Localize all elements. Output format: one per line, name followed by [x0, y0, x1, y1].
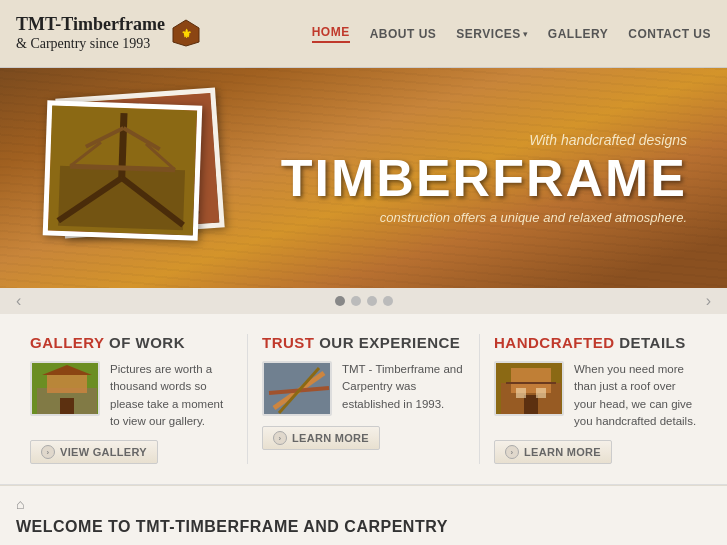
svg-rect-23 — [60, 398, 74, 416]
cards-section: GALLERY OF WORK Pictures are worth a tho… — [0, 314, 727, 485]
btn-arrow-icon-3: › — [505, 445, 519, 459]
gallery-card-title: GALLERY OF WORK — [30, 334, 233, 351]
nav-services[interactable]: SERVICES — [456, 27, 520, 41]
site-header: TMT-Timberframe & Carpentry since 1993 ⚜… — [0, 0, 727, 68]
nav-home[interactable]: HOME — [312, 25, 350, 43]
svg-rect-21 — [47, 373, 87, 393]
gallery-card-title-rest: OF WORK — [109, 334, 185, 351]
slide-dot-3[interactable] — [367, 296, 377, 306]
svg-rect-34 — [536, 388, 546, 398]
experience-card-title: TRUST OUR EXPERIENCE — [262, 334, 465, 351]
experience-card-body: TMT - Timberframe and Carpentry was esta… — [342, 361, 465, 416]
details-learn-more-label: LEARN MORE — [524, 446, 601, 458]
logo-line2: & Carpentry since 1993 — [16, 36, 165, 53]
slide-dot-1[interactable] — [335, 296, 345, 306]
gallery-card: GALLERY OF WORK Pictures are worth a tho… — [16, 334, 248, 464]
gallery-card-accent: GALLERY — [30, 334, 104, 351]
details-card-content: When you need more than just a roof over… — [494, 361, 697, 430]
view-gallery-label: VIEW GALLERY — [60, 446, 147, 458]
details-card: HANDCRAFTED DETAILS When you need more t… — [480, 334, 711, 464]
gallery-card-content: Pictures are worth a thousand words so p… — [30, 361, 233, 430]
main-nav: HOME ABOUT US SERVICES ▾ GALLERY CONTACT… — [312, 25, 711, 43]
slide-dots — [335, 296, 393, 306]
welcome-title: WELCOME TO TMT-TIMBERFRAME AND CARPENTRY — [16, 518, 711, 536]
svg-rect-32 — [524, 395, 538, 416]
view-gallery-button[interactable]: › VIEW GALLERY — [30, 440, 158, 464]
hero-photos — [30, 83, 250, 273]
experience-card: TRUST OUR EXPERIENCE TMT - Timberframe a… — [248, 334, 480, 464]
experience-card-title-rest: OUR EXPERIENCE — [319, 334, 460, 351]
photo-frame-front — [43, 100, 203, 240]
nav-gallery[interactable]: GALLERY — [548, 27, 608, 41]
slide-next-arrow[interactable]: › — [698, 290, 719, 312]
details-card-body: When you need more than just a roof over… — [574, 361, 697, 430]
logo-emblem: ⚜ — [171, 18, 201, 48]
svg-text:⚜: ⚜ — [180, 27, 191, 41]
btn-arrow-icon-2: › — [273, 431, 287, 445]
services-dropdown-arrow[interactable]: ▾ — [523, 29, 528, 39]
details-learn-more-button[interactable]: › LEARN MORE — [494, 440, 612, 464]
experience-learn-more-label: LEARN MORE — [292, 432, 369, 444]
experience-card-thumbnail — [262, 361, 332, 416]
details-card-accent: HANDCRAFTED — [494, 334, 615, 351]
gallery-card-body: Pictures are worth a thousand words so p… — [110, 361, 233, 430]
logo-line1: TMT-Timberframe — [16, 14, 165, 36]
details-card-thumbnail — [494, 361, 564, 416]
details-card-title: HANDCRAFTED DETAILS — [494, 334, 697, 351]
hero-title: TIMBERFRAME — [281, 152, 687, 204]
home-icon[interactable]: ⌂ — [16, 496, 711, 512]
slide-dot-2[interactable] — [351, 296, 361, 306]
bottom-section: ⌂ WELCOME TO TMT-TIMBERFRAME AND CARPENT… — [0, 485, 727, 545]
slide-prev-arrow[interactable]: ‹ — [8, 290, 29, 312]
gallery-card-thumbnail — [30, 361, 100, 416]
hero-description: construction offers a unique and relaxed… — [281, 210, 687, 225]
hero-banner: With handcrafted designs TIMBERFRAME con… — [0, 68, 727, 288]
slide-dot-4[interactable] — [383, 296, 393, 306]
experience-card-content: TMT - Timberframe and Carpentry was esta… — [262, 361, 465, 416]
nav-about[interactable]: ABOUT US — [370, 27, 437, 41]
hero-subtitle: With handcrafted designs — [281, 132, 687, 148]
svg-rect-33 — [516, 388, 526, 398]
logo-text: TMT-Timberframe & Carpentry since 1993 — [16, 14, 165, 52]
logo: TMT-Timberframe & Carpentry since 1993 ⚜ — [16, 14, 207, 52]
details-card-title-rest: DETAILS — [619, 334, 686, 351]
nav-services-wrapper: SERVICES ▾ — [456, 27, 527, 41]
experience-card-accent: TRUST — [262, 334, 315, 351]
photo-inner-front — [48, 106, 197, 236]
slide-indicators: ‹ › — [0, 288, 727, 314]
btn-arrow-icon: › — [41, 445, 55, 459]
experience-learn-more-button[interactable]: › LEARN MORE — [262, 426, 380, 450]
nav-contact[interactable]: CONTACT US — [628, 27, 711, 41]
hero-text: With handcrafted designs TIMBERFRAME con… — [281, 132, 687, 225]
